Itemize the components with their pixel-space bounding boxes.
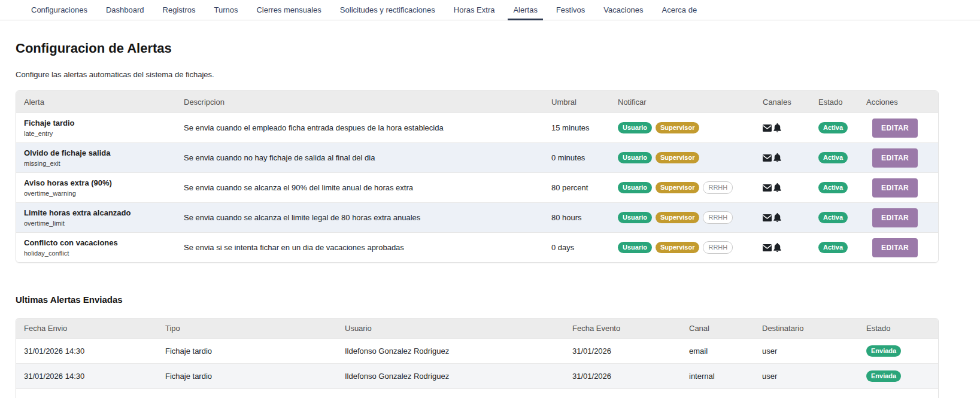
- alert-name: Aviso horas extra (90%): [24, 178, 184, 187]
- alert-name: Limite horas extra alcanzado: [24, 208, 184, 217]
- notify-badges: Usuario Supervisor: [618, 152, 763, 163]
- alert-cell: Olvido de fichaje salida missing_exit: [16, 148, 184, 167]
- status-badge: Activa: [818, 212, 848, 223]
- alert-description: Se envia cuando se alcanza el limite leg…: [184, 213, 551, 222]
- sent-alert-row: 31/01/2026 14:30 Fichaje tardio Ildefons…: [16, 338, 938, 363]
- alert-cell: Conflicto con vacaciones holiday_conflic…: [16, 238, 184, 257]
- actions-cell: EDITAR: [866, 148, 938, 168]
- actions-cell: EDITAR: [866, 178, 938, 198]
- usuario-badge: Usuario: [618, 122, 652, 133]
- sent-fecha-evento: 31/01/2026: [572, 372, 689, 381]
- usuario-badge: Usuario: [618, 182, 652, 193]
- alert-cell: Limite horas extra alcanzado overtime_li…: [16, 208, 184, 227]
- edit-button[interactable]: EDITAR: [872, 148, 918, 168]
- bell-icon: [773, 153, 781, 162]
- nav-tab-configuraciones[interactable]: Configuraciones: [31, 0, 87, 20]
- col-header-fecha-envio: Fecha Envio: [16, 324, 165, 333]
- col-header-canal: Canal: [689, 324, 762, 333]
- sent-estado-cell: Enviada: [866, 370, 938, 382]
- col-header-alerta: Alerta: [16, 98, 184, 107]
- col-header-fecha-evento: Fecha Evento: [572, 324, 689, 333]
- col-header-usuario: Usuario: [345, 324, 572, 333]
- status-badge: Activa: [818, 122, 848, 133]
- notify-badges: Usuario Supervisor: [618, 122, 763, 133]
- status-badge: Activa: [818, 182, 848, 193]
- edit-button[interactable]: EDITAR: [872, 208, 918, 227]
- notify-badges: Usuario Supervisor RRHH: [618, 241, 763, 254]
- usuario-badge: Usuario: [618, 242, 652, 253]
- nav-tab-festivos[interactable]: Festivos: [556, 0, 585, 20]
- notify-badges: Usuario Supervisor RRHH: [618, 211, 763, 224]
- sent-fecha-envio: 31/01/2026 14:30: [16, 347, 165, 356]
- supervisor-badge: Supervisor: [656, 242, 699, 253]
- rrhh-badge: RRHH: [703, 241, 733, 254]
- rrhh-badge: RRHH: [703, 181, 733, 194]
- usuario-badge: Usuario: [618, 152, 652, 163]
- alert-row-missing-exit: Olvido de fichaje salida missing_exit Se…: [16, 142, 938, 172]
- alert-code: holiday_conflict: [24, 250, 184, 257]
- nav-tab-cierres-mensuales[interactable]: Cierres mensuales: [256, 0, 321, 20]
- alert-description: Se envia si se intenta fichar en un dia …: [184, 243, 551, 252]
- page-title: Configuracion de Alertas: [16, 41, 980, 56]
- alert-threshold: 15 minutes: [551, 123, 618, 132]
- nav-tab-acerca-de[interactable]: Acerca de: [662, 0, 697, 20]
- actions-cell: EDITAR: [866, 119, 938, 138]
- col-header-estado: Estado: [818, 98, 866, 107]
- supervisor-badge: Supervisor: [656, 212, 699, 223]
- alert-code: overtime_warning: [24, 190, 184, 197]
- sent-estado-cell: Enviada: [866, 345, 938, 357]
- bell-icon: [773, 243, 781, 252]
- estado-cell: Activa: [818, 182, 866, 193]
- alert-description: Se envia cuando no hay fichaje de salida…: [184, 153, 551, 162]
- actions-cell: EDITAR: [866, 208, 938, 227]
- col-header-acciones: Acciones: [866, 98, 938, 107]
- alert-row-holiday-conflict: Conflicto con vacaciones holiday_conflic…: [16, 232, 938, 262]
- sent-fecha-evento: 31/01/2026: [572, 347, 689, 356]
- sent-destinatario: user: [762, 347, 866, 356]
- email-icon: [763, 214, 772, 221]
- bell-icon: [773, 123, 781, 132]
- alert-cell: Aviso horas extra (90%) overtime_warning: [16, 178, 184, 197]
- col-header-notificar: Notificar: [618, 98, 763, 107]
- nav-tab-horas-extra[interactable]: Horas Extra: [454, 0, 495, 20]
- sent-status-badge: Enviada: [866, 345, 901, 357]
- supervisor-badge: Supervisor: [656, 182, 699, 193]
- channels: [763, 243, 818, 252]
- rrhh-badge: RRHH: [703, 211, 733, 224]
- alert-name: Conflicto con vacaciones: [24, 238, 184, 247]
- edit-button[interactable]: EDITAR: [872, 238, 918, 257]
- sent-destinatario: user: [762, 372, 866, 381]
- sent-table-header: Fecha Envio Tipo Usuario Fecha Evento Ca…: [16, 318, 938, 338]
- col-header-destinatario: Destinatario: [762, 324, 866, 333]
- page-subtitle: Configure las alertas automaticas del si…: [16, 70, 980, 79]
- alert-description: Se envia cuando se alcanza el 90% del li…: [184, 183, 551, 192]
- sent-alerts-table: Fecha Envio Tipo Usuario Fecha Evento Ca…: [16, 318, 939, 398]
- channels: [763, 213, 818, 222]
- nav-tab-dashboard[interactable]: Dashboard: [106, 0, 144, 20]
- nav-tab-solicitudes[interactable]: Solicitudes y rectificaciones: [340, 0, 435, 20]
- nav-tab-vacaciones[interactable]: Vacaciones: [603, 0, 643, 20]
- nav-tab-registros[interactable]: Registros: [163, 0, 196, 20]
- alert-threshold: 0 days: [551, 243, 618, 252]
- alert-code: missing_exit: [24, 160, 184, 167]
- nav-tab-turnos[interactable]: Turnos: [214, 0, 238, 20]
- email-icon: [763, 244, 772, 251]
- notify-badges: Usuario Supervisor RRHH: [618, 181, 763, 194]
- nav-tab-alertas[interactable]: Alertas: [513, 0, 537, 20]
- estado-cell: Activa: [818, 152, 866, 163]
- status-badge: Activa: [818, 152, 848, 163]
- alert-threshold: 80 hours: [551, 213, 618, 222]
- alert-threshold: 80 percent: [551, 183, 618, 192]
- sent-status-badge: Enviada: [866, 370, 901, 382]
- top-nav: Configuraciones Dashboard Registros Turn…: [0, 0, 980, 20]
- col-header-descripcion: Descripcion: [184, 98, 551, 107]
- edit-button[interactable]: EDITAR: [872, 178, 918, 198]
- channels: [763, 123, 818, 132]
- sent-alerts-title: Ultimas Alertas Enviadas: [16, 294, 980, 305]
- channels: [763, 183, 818, 192]
- edit-button[interactable]: EDITAR: [872, 119, 918, 138]
- alert-code: late_entry: [24, 130, 184, 137]
- sent-alert-row: 31/01/2026 14:30 Fichaje tardio Ildefons…: [16, 363, 938, 388]
- main-content: Configuracion de Alertas Configure las a…: [0, 41, 980, 398]
- channels: [763, 153, 818, 162]
